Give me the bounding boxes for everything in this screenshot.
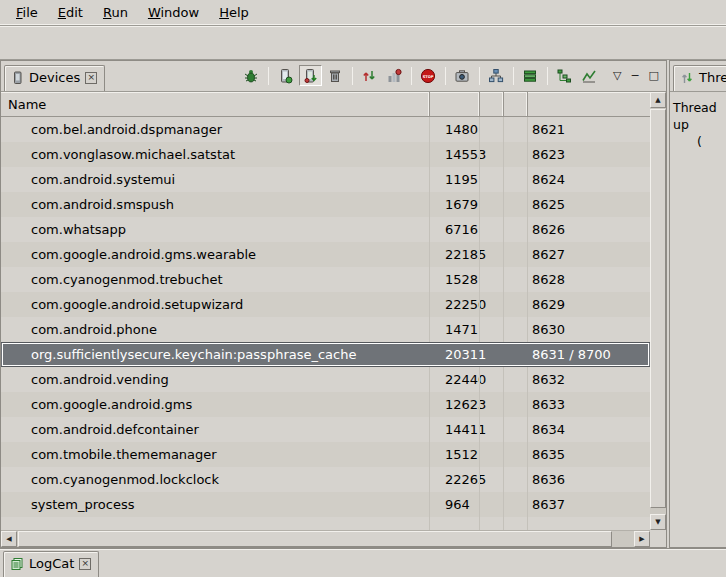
gc-trash-icon xyxy=(327,68,343,84)
device-row[interactable]: system_process9648637 xyxy=(1,492,650,517)
process-pid: 1512 xyxy=(430,447,480,462)
horizontal-scroll-thumb[interactable] xyxy=(18,531,612,547)
hierarchy-view-button[interactable] xyxy=(485,65,508,86)
threads-panel: Threads Thread up ( xyxy=(669,60,726,548)
process-name: com.tmobile.thememanager xyxy=(1,447,430,462)
device-table-header: Name xyxy=(1,92,650,117)
process-pid: 14411 xyxy=(430,422,480,437)
device-row[interactable]: org.sufficientlysecure.keychain:passphra… xyxy=(1,342,650,367)
process-name: com.cyanogenmod.lockclock xyxy=(1,472,430,487)
panel-window-controls: ▽ − □ xyxy=(613,69,659,82)
device-row[interactable]: com.google.android.setupwizard222508629 xyxy=(1,292,650,317)
process-name: com.android.phone xyxy=(1,322,430,337)
view-menu-icon[interactable]: ▽ xyxy=(613,69,621,82)
logcat-tab-icon xyxy=(10,557,24,571)
process-pid: 6716 xyxy=(430,222,480,237)
method-profiling-button[interactable] xyxy=(383,65,406,86)
process-pid: 22265 xyxy=(430,472,480,487)
tab-devices[interactable]: Devices × xyxy=(4,65,105,91)
tab-threads-label: Threads xyxy=(699,70,726,85)
device-row[interactable]: com.android.defcontainer144118634 xyxy=(1,417,650,442)
device-row[interactable]: com.google.android.gms.wearable221858627 xyxy=(1,242,650,267)
device-row[interactable]: com.tmobile.thememanager15128635 xyxy=(1,442,650,467)
menu-edit[interactable]: Edit xyxy=(48,2,93,23)
network-stats-button[interactable] xyxy=(578,65,601,86)
column-header-blank1[interactable] xyxy=(480,92,504,116)
screen-capture-button[interactable] xyxy=(451,65,474,86)
menu-help[interactable]: Help xyxy=(209,2,259,23)
devices-panel: Devices × xyxy=(0,60,667,548)
column-header-blank2[interactable] xyxy=(504,92,528,116)
devices-tab-bar: Devices × xyxy=(1,61,666,92)
process-name: com.google.android.gms.wearable xyxy=(1,247,430,262)
scroll-down-icon[interactable]: ▼ xyxy=(650,514,666,530)
update-threads-button[interactable] xyxy=(358,65,381,86)
allocation-tracker-icon xyxy=(522,68,538,84)
update-threads-icon xyxy=(361,68,377,84)
device-row[interactable]: com.cyanogenmod.trebuchet15288628 xyxy=(1,267,650,292)
device-row[interactable]: com.vonglasow.michael.satstat145538623 xyxy=(1,142,650,167)
tab-logcat-close-icon[interactable]: × xyxy=(79,558,91,570)
device-table-body: com.bel.android.dspmanager14808621com.vo… xyxy=(1,117,650,530)
menu-file[interactable]: File xyxy=(6,2,48,23)
threads-message-line2: ( xyxy=(673,133,726,150)
hierarchy-icon xyxy=(488,68,504,84)
process-name: com.bel.android.dspmanager xyxy=(1,122,430,137)
column-header-pid[interactable] xyxy=(430,92,480,116)
device-row[interactable]: com.bel.android.dspmanager14808621 xyxy=(1,117,650,142)
minimize-icon[interactable]: − xyxy=(630,69,639,82)
dump-hprof-button[interactable] xyxy=(299,65,322,86)
maximize-icon[interactable]: □ xyxy=(649,69,659,82)
device-row[interactable]: com.android.systemui11958624 xyxy=(1,167,650,192)
process-name: system_process xyxy=(1,497,430,512)
process-port: 8625 xyxy=(528,197,650,212)
dump-hprof-icon xyxy=(302,68,318,84)
process-port: 8624 xyxy=(528,172,650,187)
device-row[interactable]: com.android.smspush16798625 xyxy=(1,192,650,217)
menu-window[interactable]: Window xyxy=(138,2,209,23)
debug-process-button[interactable] xyxy=(240,65,263,86)
vertical-scroll-track[interactable] xyxy=(650,108,666,514)
device-row[interactable]: com.android.vending224408632 xyxy=(1,367,650,392)
logcat-bar: LogCat × xyxy=(0,548,726,577)
threads-tab-icon xyxy=(680,71,694,85)
sysinfo-button[interactable] xyxy=(553,65,576,86)
column-header-name[interactable]: Name xyxy=(1,92,430,116)
process-name: com.google.android.setupwizard xyxy=(1,297,430,312)
threads-tab-bar: Threads xyxy=(670,61,726,92)
sysinfo-tree-icon xyxy=(556,68,572,84)
tab-logcat[interactable]: LogCat × xyxy=(3,551,99,577)
vertical-scrollbar[interactable]: ▲ ▼ xyxy=(650,92,666,530)
update-heap-button[interactable] xyxy=(274,65,297,86)
horizontal-scrollbar[interactable]: ◀ ▶ xyxy=(1,530,650,547)
threads-message: Thread up ( xyxy=(670,92,726,150)
device-row[interactable]: com.android.phone14718630 xyxy=(1,317,650,342)
scroll-left-icon[interactable]: ◀ xyxy=(1,531,17,547)
menu-run[interactable]: Run xyxy=(93,2,138,23)
process-name: com.vonglasow.michael.satstat xyxy=(1,147,430,162)
process-pid: 1471 xyxy=(430,322,480,337)
process-port: 8623 xyxy=(528,147,650,162)
toolbar-separator xyxy=(547,67,548,85)
process-pid: 964 xyxy=(430,497,480,512)
cause-gc-button[interactable] xyxy=(324,65,347,86)
toolbar-strip xyxy=(0,26,726,60)
toolbar-separator xyxy=(445,67,446,85)
camera-icon xyxy=(454,68,470,84)
tab-devices-close-icon[interactable]: × xyxy=(85,72,97,84)
devices-tab-icon xyxy=(11,71,24,85)
process-port: 8628 xyxy=(528,272,650,287)
column-header-port[interactable] xyxy=(528,92,650,116)
scroll-up-icon[interactable]: ▲ xyxy=(650,92,666,108)
device-row[interactable]: com.cyanogenmod.lockclock222658636 xyxy=(1,467,650,492)
stop-process-button[interactable]: STOP xyxy=(417,65,440,86)
horizontal-scroll-track[interactable] xyxy=(17,531,634,547)
vertical-scroll-thumb[interactable] xyxy=(650,109,666,508)
process-pid: 14553 xyxy=(430,147,480,162)
allocation-tracker-button[interactable] xyxy=(519,65,542,86)
process-name: com.android.defcontainer xyxy=(1,422,430,437)
device-row[interactable]: com.whatsapp67168626 xyxy=(1,217,650,242)
device-row[interactable]: com.google.android.gms126238633 xyxy=(1,392,650,417)
scroll-right-icon[interactable]: ▶ xyxy=(634,531,650,547)
tab-threads[interactable]: Threads xyxy=(673,65,726,91)
